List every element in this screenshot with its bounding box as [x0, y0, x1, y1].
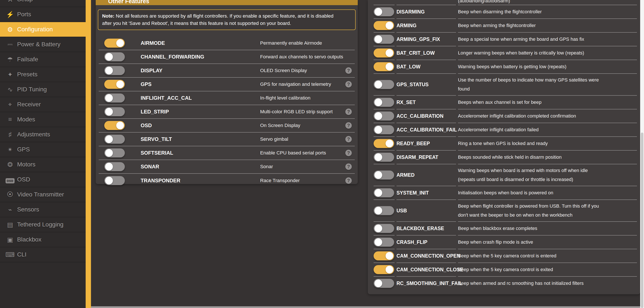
beeper-row: DISARM_REPEATBeeps sounded while stick h… — [374, 150, 637, 164]
sidebar-item-configuration[interactable]: ⚙Configuration — [0, 22, 86, 37]
sidebar-item-ports[interactable]: ⚡Ports — [0, 7, 86, 22]
sidebar-item-label: OSD — [17, 176, 30, 183]
toggle-crash-flip[interactable] — [374, 238, 394, 247]
beeper-row-partial: (autolanding/autodisarm) — [374, 0, 637, 5]
toggle-airmode[interactable] — [104, 39, 125, 48]
sidebar-item-label: Power & Battery — [17, 41, 60, 48]
beeper-description-line: Beep when crash flip mode is active — [458, 239, 637, 245]
toggle-cam-connection-close[interactable] — [374, 265, 394, 274]
sidebar-item-power-battery[interactable]: ⎓Power & Battery — [0, 37, 86, 52]
other-features-header: Other Features — [96, 0, 358, 5]
toggle-arming[interactable] — [374, 21, 394, 30]
sidebar-item-failsafe[interactable]: ☂Failsafe — [0, 52, 86, 67]
toggle-softserial[interactable] — [104, 148, 125, 158]
beeper-name: READY_BEEP — [396, 136, 456, 150]
cli-icon: ⌨ — [5, 251, 15, 258]
beeper-name: ACC_CALIBRATION — [396, 109, 456, 123]
help-icon[interactable]: ? — [345, 164, 352, 170]
toggle-inflight-acc-cal[interactable] — [104, 93, 125, 102]
toggle-rx-set[interactable] — [374, 98, 394, 107]
toggle-acc-calibration-fail[interactable] — [374, 125, 394, 134]
toggle-gps-status[interactable] — [374, 80, 394, 89]
feature-description: On Screen Display — [260, 123, 300, 128]
beeper-description-line: (repeats until board is disarmed or thro… — [458, 175, 637, 184]
toggle-gps[interactable] — [104, 80, 125, 89]
toggle-arming-gps-fix[interactable] — [374, 35, 394, 44]
sidebar-item-motors[interactable]: ❂Motors — [0, 157, 86, 172]
beeper-name: RC_SMOOTHING_INIT_FAIL — [396, 276, 456, 290]
sidebar-item-setup[interactable]: ⚒Setup — [0, 0, 86, 7]
help-icon[interactable]: ? — [345, 108, 352, 115]
gps-icon: ✴ — [5, 146, 15, 153]
sidebar-item-tethered-logging[interactable]: ▤Tethered Logging — [0, 217, 86, 232]
beeper-name: RX_SET — [396, 95, 456, 109]
help-icon[interactable]: ? — [345, 81, 352, 87]
other-features-panel: Other Features Note: Not all features ar… — [96, 0, 358, 184]
beeper-name: ARMING_GPS_FIX — [396, 32, 456, 46]
toggle-knob — [105, 108, 113, 116]
help-icon[interactable]: ? — [345, 150, 352, 156]
help-icon[interactable]: ? — [345, 122, 352, 129]
toggle-servo-tilt[interactable] — [104, 135, 125, 144]
feature-name: TRANSPONDER — [141, 178, 180, 184]
sidebar-item-modes[interactable]: ≡Modes — [0, 112, 86, 127]
beeper-toggle-cell — [374, 19, 394, 32]
help-icon[interactable]: ? — [345, 177, 352, 184]
sidebar-item-adjustments[interactable]: ♯Adjustments — [0, 127, 86, 142]
toggle-disarm-repeat[interactable] — [374, 153, 394, 162]
beeper-toggle-cell — [374, 136, 394, 150]
toggle-knob — [374, 207, 382, 215]
toggle-osd[interactable] — [104, 121, 125, 130]
sidebar-nav: ⚒Setup⚡Ports⚙Configuration⎓Power & Batte… — [0, 0, 86, 262]
toggle-bat-crit-low[interactable] — [374, 49, 394, 58]
sidebar-item-blackbox[interactable]: ▣Blackbox — [0, 232, 86, 247]
toggle-rc-smoothing-init-fail[interactable] — [374, 279, 394, 288]
toggle-transponder[interactable] — [104, 176, 125, 185]
sidebar-item-sensors[interactable]: ⌁Sensors — [0, 202, 86, 217]
toggle-knob — [374, 98, 382, 106]
beeper-description-line: Longer warning beeps when battery is cri… — [458, 50, 637, 56]
beeper-name: ARMING — [396, 19, 456, 32]
feature-description: Sonar — [260, 164, 273, 170]
beeper-description: Beep when blackbox erase completes — [458, 221, 637, 235]
toggle-channel-forwarding[interactable] — [104, 52, 125, 61]
features-note-text: Not all features are supported by all fl… — [102, 13, 334, 26]
toggle-armed[interactable] — [374, 171, 394, 180]
toggle-usb[interactable] — [374, 206, 394, 215]
toggle-knob — [116, 122, 124, 129]
beeper-description: Beep when the 5 key camera control is en… — [458, 249, 637, 262]
sidebar-item-cli[interactable]: ⌨CLI — [0, 247, 86, 262]
toggle-ready-beep[interactable] — [374, 139, 394, 148]
sidebar-item-presets[interactable]: ✦Presets — [0, 67, 86, 82]
power-battery-icon: ⎓ — [5, 41, 15, 48]
toggle-knob — [386, 140, 393, 147]
beeper-row: DISARMINGBeep when disarming the flightc… — [374, 5, 637, 19]
toggle-display[interactable] — [104, 66, 125, 75]
scrollbar-thumb[interactable] — [641, 132, 643, 308]
toggle-bat-low[interactable] — [374, 62, 394, 71]
sidebar-item-receiver[interactable]: ⌖Receiver — [0, 97, 86, 112]
help-icon[interactable]: ? — [345, 136, 352, 142]
toggle-disarming[interactable] — [374, 7, 394, 16]
toggle-knob — [105, 149, 113, 157]
toggle-led-strip[interactable] — [104, 107, 125, 116]
toggle-blackbox-erase[interactable] — [374, 224, 394, 233]
toggle-acc-calibration[interactable] — [374, 111, 394, 120]
toggle-system-init[interactable] — [374, 188, 394, 197]
sidebar-item-video-transmitter[interactable]: ⦿Video Transmitter — [0, 187, 86, 202]
sidebar-item-osd[interactable]: OSDOSD — [0, 172, 86, 187]
beeper-description: Longer warning beeps when battery is cri… — [458, 46, 637, 60]
feature-description: Servo gimbal — [260, 136, 288, 142]
beeper-description-line: Beep when the 5 key camera control is ex… — [458, 267, 637, 272]
toggle-sonar[interactable] — [104, 162, 125, 171]
sidebar-item-label: CLI — [17, 251, 26, 258]
toggle-knob — [374, 35, 382, 43]
sidebar-item-pid-tuning[interactable]: ∿PID Tuning — [0, 82, 86, 97]
scrollbar-track[interactable] — [640, 0, 644, 308]
sidebar-item-gps[interactable]: ✴GPS — [0, 142, 86, 157]
toggle-cam-connection-open[interactable] — [374, 251, 394, 260]
feature-name: LED_STRIP — [141, 109, 169, 115]
sensors-icon: ⌁ — [5, 206, 15, 213]
beeper-toggle-cell — [374, 249, 394, 262]
help-icon[interactable]: ? — [345, 67, 352, 74]
